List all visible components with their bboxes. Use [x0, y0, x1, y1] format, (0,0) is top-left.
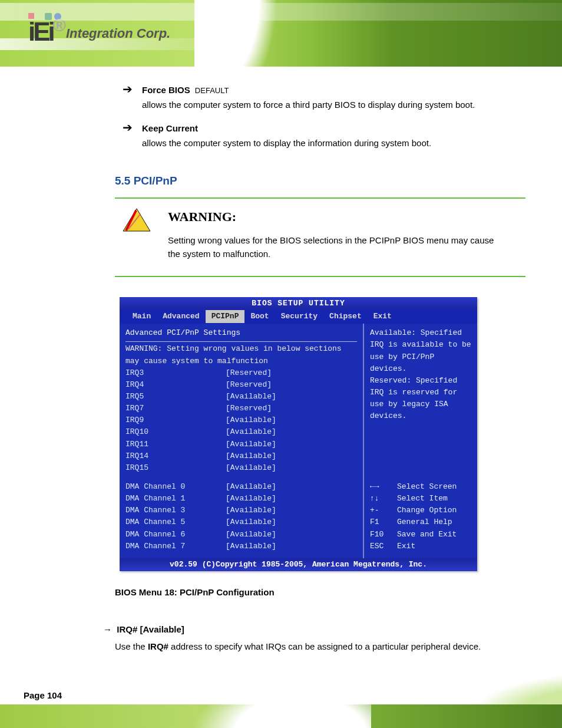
arrow-right-icon: ➔ [122, 121, 133, 150]
bios-warning-line: WARNING: Setting wrong values in below s… [125, 343, 357, 355]
bios-dma-row: DMA Channel 7[Available] [125, 541, 357, 552]
bios-irq-row: IRQ14[Available] [125, 450, 357, 462]
section-heading-pcipnp: 5.5 PCI/PnP [115, 172, 525, 189]
bios-dma-row: DMA Channel 5[Available] [125, 516, 357, 528]
bios-tab-pcipnp: PCIPnP [206, 310, 245, 323]
bios-irq-row: IRQ11[Available] [125, 439, 357, 450]
bios-dma-row: DMA Channel 3[Available] [125, 505, 357, 516]
bios-irq-row: IRQ5[Available] [125, 391, 357, 403]
bios-irq-row: IRQ7[Reserved] [125, 403, 357, 414]
bios-dma-row: DMA Channel 1[Available] [125, 493, 357, 505]
logo-mark: iEi® [28, 12, 62, 42]
page-header-banner: iEi® Integration Corp. [0, 0, 562, 67]
bios-title: BIOS SETUP UTILITY [120, 297, 477, 309]
arrow-right-icon: ➔ [122, 83, 133, 112]
bios-irq-row: IRQ9[Available] [125, 414, 357, 426]
bios-right-pane: Available: Specified IRQ is available to… [364, 324, 477, 558]
irq-subsection-desc: Use the IRQ# address to specify what IRQ… [115, 640, 525, 653]
warning-box: WARNING: Setting wrong values for the BI… [115, 199, 525, 276]
page-number: Page 104 [24, 690, 62, 700]
irq-subsection-head: → IRQ# [Available] [103, 622, 525, 636]
bios-tab-boot: Boot [244, 310, 275, 323]
divider [115, 276, 525, 277]
company-logo: iEi® Integration Corp. [28, 12, 170, 42]
warning-text: Setting wrong values for the BIOS select… [168, 233, 495, 261]
arrow-right-icon: → [103, 624, 112, 634]
warning-title: WARNING: [168, 207, 495, 227]
bullet-keep-current: ➔ Keep Current allows the computer syste… [122, 121, 525, 150]
bios-footer: v02.59 (C)Copyright 1985-2005, American … [120, 558, 477, 571]
irq-subsection-title: IRQ# [Available] [117, 624, 184, 634]
figure-caption: BIOS Menu 18: PCI/PnP Configuration [115, 585, 525, 599]
bios-dma-row: DMA Channel 6[Available] [125, 529, 357, 541]
bullet-label: Keep Current [142, 123, 198, 133]
bios-help-text: Available: Specified IRQ is available to… [370, 327, 472, 422]
bios-section-title: Advanced PCI/PnP Settings [125, 327, 357, 339]
bios-screenshot: BIOS SETUP UTILITY Main Advanced PCIPnP … [120, 297, 477, 571]
bios-irq-row: IRQ4[Reserved] [125, 379, 357, 391]
bullet-text: allows the computer system to display th… [142, 136, 525, 150]
bios-tab-exit: Exit [368, 310, 398, 323]
bios-tab-bar: Main Advanced PCIPnP Boot Security Chips… [120, 309, 477, 324]
bullet-force-bios: ➔ Force BIOS DEFAULT allows the computer… [122, 83, 525, 112]
bios-irq-row: IRQ15[Available] [125, 462, 357, 474]
bullet-text: allows the computer system to force a th… [142, 98, 525, 111]
page-footer-banner: Page 104 [0, 673, 562, 728]
bios-irq-row: IRQ10[Available] [125, 426, 357, 438]
bios-tab-chipset: Chipset [323, 310, 368, 323]
bios-key-legend: ←→Select Screen ↑↓Select Item +-Change O… [370, 476, 472, 552]
bios-tab-main: Main [127, 310, 157, 323]
bios-irq-row: IRQ3[Reserved] [125, 367, 357, 379]
bios-tab-advanced: Advanced [157, 310, 205, 323]
bios-left-pane: Advanced PCI/PnP Settings WARNING: Setti… [120, 324, 364, 558]
bullet-default-tag: DEFAULT [195, 86, 229, 95]
bullet-label: Force BIOS [142, 85, 190, 95]
footer-band [0, 704, 562, 728]
bios-warning-line: may cause system to malfunction [125, 355, 357, 367]
logo-company-name: Integration Corp. [66, 26, 170, 41]
warning-icon [122, 208, 151, 232]
bios-dma-row: DMA Channel 0[Available] [125, 481, 357, 493]
bios-tab-security: Security [275, 310, 323, 323]
